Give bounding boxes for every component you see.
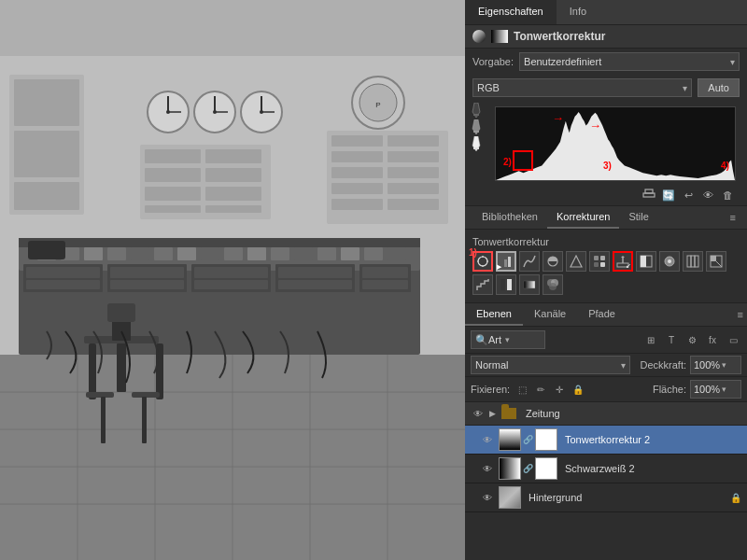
correction-photo-filter[interactable] [659, 251, 680, 272]
layer-type-select[interactable]: 🔍 Art ▾ [471, 330, 545, 349]
group-name-zeitung: Zeitung [526, 408, 560, 419]
svg-rect-114 [600, 256, 605, 260]
blend-deckkraft-row: Normal Deckkraft: 100% ▾ [465, 354, 747, 377]
svg-point-123 [668, 259, 671, 263]
svg-rect-131 [524, 281, 535, 288]
layer-item-schwarzweiss[interactable]: 👁 🔗 Schwarzweiß 2 [465, 455, 747, 483]
eye-icon-hintergrund[interactable]: 👁 [480, 490, 495, 505]
eyedropper-black[interactable] [469, 103, 484, 118]
flaeche-label: Fläche: [653, 384, 686, 395]
correction-invert[interactable] [706, 251, 726, 272]
top-tab-bar: Eigenschaften Info [465, 0, 747, 25]
tab-ebenen[interactable]: Ebenen [465, 303, 523, 326]
correction-gradient-map[interactable] [519, 274, 540, 295]
correction-curves[interactable] [519, 251, 540, 272]
correction-threshold[interactable] [496, 274, 516, 295]
eyedropper-white[interactable] [469, 136, 484, 151]
sub-tab-bibliotheken[interactable]: Bibliotheken [472, 206, 547, 229]
channel-row: RGB Auto [465, 75, 747, 101]
layer-tool-3[interactable]: ⚙ [684, 331, 700, 348]
tool-reset-view[interactable]: 🔄 [660, 187, 677, 203]
tool-clip[interactable] [641, 187, 657, 203]
eye-icon-schwarzweiss[interactable]: 👁 [480, 461, 495, 476]
svg-rect-121 [641, 256, 646, 267]
tab-eigenschaften[interactable]: Eigenschaften [465, 0, 557, 24]
tab-kanaele[interactable]: Kanäle [523, 303, 577, 326]
svg-marker-112 [571, 256, 582, 267]
correction-colorbalance[interactable]: ↙ [613, 251, 633, 272]
layer-tool-5[interactable]: ▭ [725, 331, 741, 348]
auto-button[interactable]: Auto [698, 78, 740, 97]
deckkraft-value[interactable]: 100% ▾ [690, 356, 741, 374]
vorgabe-label: Vorgabe: [472, 56, 514, 67]
layer-thumb-schwarzweiss [499, 457, 521, 480]
blend-mode-select[interactable]: Normal [471, 356, 630, 374]
eyedropper-gray[interactable] [469, 119, 484, 134]
channel-select[interactable]: RGB [472, 78, 692, 97]
layer-controls-row: 🔍 Art ▾ ⊞ T ⚙ fx ▭ [465, 327, 747, 354]
right-panel: Eigenschaften Info Tonwertkorrektur Vorg… [465, 0, 747, 560]
svg-rect-115 [594, 262, 599, 267]
eye-icon-zeitung[interactable]: 👁 [471, 406, 486, 421]
hist-label-3: 3) [603, 161, 612, 171]
art-label: 🔍 [475, 334, 488, 346]
tone-icon-bar [491, 30, 508, 43]
sub-tab-korrekturen[interactable]: Korrekturen [547, 206, 619, 229]
hist-label-2: 2) [503, 157, 512, 167]
fixieren-row: Fixieren: ⬚ ✏ ✛ 🔒 Fläche: 100% ▾ [465, 377, 747, 402]
corrections-title: Tonwertkorrektur [472, 233, 740, 251]
correction-channel-mixer[interactable] [683, 251, 703, 272]
tone-header: Tonwertkorrektur [465, 25, 747, 49]
panel-menu-btn[interactable]: ≡ [726, 212, 740, 223]
vorgabe-select[interactable]: Benutzerdefiniert [519, 52, 740, 71]
correction-brightness[interactable]: 1) [472, 251, 493, 272]
flaeche-value[interactable]: 100% ▾ [690, 380, 741, 399]
svg-rect-109 [504, 259, 507, 267]
tab-pfade[interactable]: Pfade [577, 303, 627, 326]
correction-selective-color[interactable] [543, 274, 563, 295]
correction-hsl[interactable] [589, 251, 610, 272]
correction-vibrance[interactable] [566, 251, 586, 272]
tool-undo[interactable]: ↩ [680, 187, 697, 203]
correction-exposure[interactable] [543, 251, 563, 272]
layer-tool-2[interactable]: T [663, 331, 680, 348]
layer-mask-tonwert [535, 428, 557, 451]
hist-arrow-mid: → [589, 119, 601, 133]
svg-point-134 [549, 283, 557, 290]
ebenen-section: Ebenen Kanäle Pfade ≡ 🔍 Art ▾ ⊞ T ⚙ fx ▭ [465, 302, 747, 560]
chain-icon-schwarzweiss: 🔗 [523, 464, 533, 473]
folder-icon-zeitung [501, 408, 516, 419]
layer-mask-schwarzweiss [535, 457, 557, 480]
layer-tool-4[interactable]: fx [704, 331, 721, 348]
fix-position[interactable]: ✛ [553, 383, 566, 396]
layer-tool-1[interactable]: ⊞ [642, 331, 659, 348]
chevron-zeitung[interactable]: ▶ [489, 409, 496, 418]
sub-tab-bar: Bibliotheken Korrekturen Stile ≡ [465, 205, 747, 230]
hist-box-2 [513, 150, 533, 171]
eye-icon-tonwert[interactable]: 👁 [480, 432, 495, 447]
layer-item-hintergrund[interactable]: 👁 Hintergrund 🔒 [465, 483, 747, 512]
fix-image[interactable]: ✏ [534, 383, 547, 396]
sub-tab-stile[interactable]: Stile [619, 206, 657, 229]
layer-list: 👁 ▶ Zeitung 👁 🔗 Tonwertkorrektur 2 👁 [465, 402, 747, 560]
correction-posterize[interactable] [472, 274, 493, 295]
ebenen-header: Ebenen Kanäle Pfade ≡ [465, 303, 747, 327]
fix-all[interactable]: 🔒 [571, 383, 585, 396]
svg-rect-125 [691, 256, 695, 267]
layer-group-header-zeitung[interactable]: 👁 ▶ Zeitung [465, 402, 747, 425]
photo-canvas: P [0, 0, 465, 560]
correction-levels[interactable]: ▶ [496, 251, 516, 272]
svg-rect-130 [507, 279, 512, 290]
tool-visibility[interactable]: 👁 [699, 187, 716, 203]
svg-rect-113 [594, 256, 599, 260]
tab-info[interactable]: Info [557, 0, 599, 24]
layer-group-zeitung: 👁 ▶ Zeitung [465, 402, 747, 426]
ebenen-panel-menu[interactable]: ≡ [734, 309, 747, 320]
histogram: → 2) → 3) 4) [495, 106, 736, 181]
corrections-section: Tonwertkorrektur 1) [465, 230, 747, 302]
layer-name-hintergrund: Hintergrund [529, 492, 726, 503]
tool-trash[interactable]: 🗑 [719, 187, 736, 203]
correction-bw[interactable] [636, 251, 656, 272]
fix-transparent[interactable]: ⬚ [515, 383, 529, 396]
layer-item-tonwert[interactable]: 👁 🔗 Tonwertkorrektur 2 [465, 426, 747, 455]
